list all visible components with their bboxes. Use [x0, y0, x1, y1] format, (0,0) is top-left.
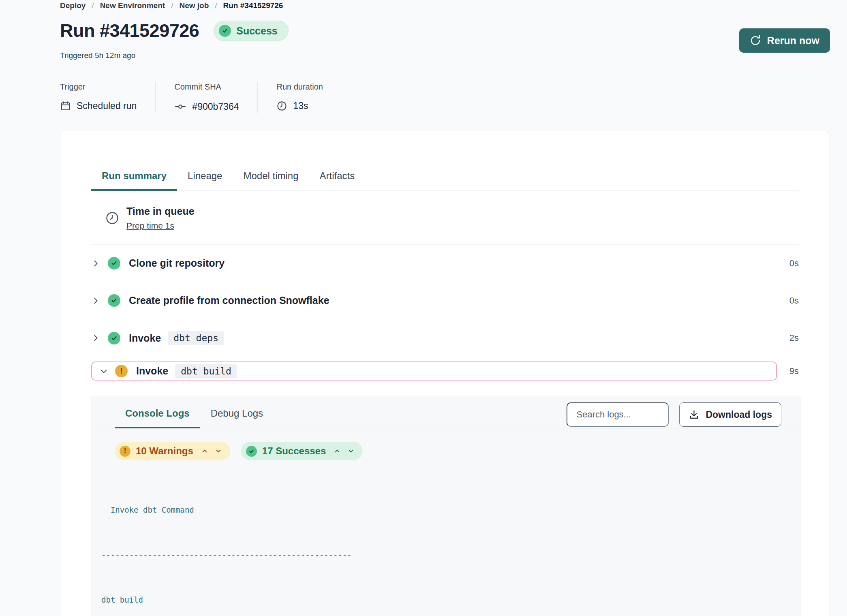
breadcrumb: Deploy / New Environment / New job / Run… [60, 1, 283, 10]
meta-trigger: Trigger Scheduled run [60, 82, 155, 113]
success-check-icon [219, 25, 231, 37]
success-check-icon [108, 257, 120, 270]
meta-trigger-label: Trigger [60, 82, 137, 92]
step-command-chip: dbt deps [168, 331, 224, 345]
page-title: Run #341529726 [60, 20, 199, 41]
search-logs-input[interactable] [567, 402, 669, 427]
chevron-down-icon[interactable] [347, 447, 355, 455]
log-line: dbt build [98, 592, 791, 607]
tab-run-summary[interactable]: Run summary [91, 170, 177, 191]
warning-icon: ! [115, 365, 128, 377]
rerun-now-button[interactable]: Rerun now [739, 28, 830, 53]
run-tabs: Run summary Lineage Model timing Artifac… [91, 170, 799, 191]
rerun-icon [750, 35, 761, 46]
warning-icon: ! [120, 446, 130, 457]
run-summary-card: Run summary Lineage Model timing Artifac… [60, 131, 830, 616]
tab-artifacts[interactable]: Artifacts [309, 170, 366, 191]
commit-icon [174, 101, 186, 113]
breadcrumb-deploy[interactable]: Deploy [60, 1, 86, 10]
step-title: Invoke [136, 365, 168, 377]
log-line: Invoke dbt Command [98, 503, 791, 518]
run-meta: Trigger Scheduled run Commit SHA #900b73… [60, 82, 342, 113]
meta-commit-value: #900b7364 [192, 101, 239, 112]
tab-console-logs[interactable]: Console Logs [115, 402, 200, 428]
triggered-timestamp: Triggered 5h 12m ago [60, 51, 135, 60]
success-check-icon [108, 294, 120, 307]
console-log-output: Invoke dbt Command ---------------------… [98, 473, 791, 616]
meta-duration-label: Run duration [276, 82, 323, 92]
queue-title: Time in queue [126, 205, 195, 217]
meta-trigger-value: Scheduled run [77, 101, 137, 111]
logs-panel: Console Logs Debug Logs Download logs ! … [91, 396, 801, 616]
breadcrumb-new-job[interactable]: New job [179, 1, 209, 10]
breadcrumb-new-environment[interactable]: New Environment [100, 1, 165, 10]
chevron-right-icon[interactable] [91, 334, 100, 342]
download-logs-button[interactable]: Download logs [679, 402, 781, 427]
rerun-button-label: Rerun now [767, 35, 819, 47]
step-duration: 0s [789, 295, 799, 306]
log-divider: ----------------------------------------… [98, 548, 791, 563]
download-button-label: Download logs [706, 409, 772, 420]
warnings-badge[interactable]: ! 10 Warnings [115, 442, 230, 460]
warnings-badge-label: 10 Warnings [136, 445, 193, 457]
queue-clock-icon [105, 211, 120, 225]
step-invoke-dbt-deps[interactable]: Invoke dbt deps 2s [91, 319, 799, 357]
step-invoke-dbt-build[interactable]: ! Invoke dbt build [91, 361, 777, 381]
meta-commit: Commit SHA #900b7364 [155, 82, 257, 113]
breadcrumb-separator: / [171, 1, 173, 10]
chevron-down-icon[interactable] [99, 367, 108, 376]
clock-icon [276, 101, 287, 111]
step-create-profile[interactable]: Create profile from connection Snowflake… [91, 282, 799, 319]
time-in-queue-section: Time in queue Prep time 1s [91, 191, 799, 245]
step-invoke-dbt-build-row: ! Invoke dbt build 9s [91, 361, 799, 381]
breadcrumb-separator: / [215, 1, 217, 10]
successes-badge-label: 17 Successes [262, 445, 326, 457]
chevron-up-icon[interactable] [201, 447, 208, 455]
step-clone-git-repository[interactable]: Clone git repository 0s [91, 245, 799, 282]
status-badge: Success [214, 21, 288, 41]
step-title: Create profile from connection Snowflake [129, 295, 329, 306]
calendar-icon [60, 101, 71, 111]
download-icon [689, 409, 699, 420]
chevron-up-icon[interactable] [334, 447, 341, 455]
breadcrumb-separator: / [92, 1, 94, 10]
status-badge-label: Success [236, 25, 277, 37]
prep-time-link[interactable]: Prep time 1s [126, 221, 195, 231]
meta-duration-value: 13s [293, 101, 308, 111]
chevron-down-icon[interactable] [215, 447, 222, 455]
meta-duration: Run duration 13s [257, 82, 342, 113]
tab-lineage[interactable]: Lineage [177, 170, 233, 191]
step-duration: 9s [777, 366, 799, 376]
tab-model-timing[interactable]: Model timing [233, 170, 309, 191]
step-duration: 0s [789, 258, 799, 269]
chevron-right-icon[interactable] [91, 259, 100, 268]
step-title: Clone git repository [129, 257, 225, 269]
breadcrumb-run: Run #341529726 [223, 1, 283, 10]
success-check-icon [108, 332, 120, 344]
step-command-chip: dbt build [175, 364, 237, 379]
success-check-icon [246, 446, 257, 457]
chevron-right-icon[interactable] [91, 296, 100, 305]
successes-badge[interactable]: 17 Successes [241, 442, 363, 460]
tab-debug-logs[interactable]: Debug Logs [200, 402, 274, 428]
step-title: Invoke [129, 332, 161, 344]
step-duration: 2s [789, 333, 799, 343]
meta-commit-label: Commit SHA [174, 82, 239, 92]
log-badges: ! 10 Warnings 17 Successes [115, 442, 801, 460]
